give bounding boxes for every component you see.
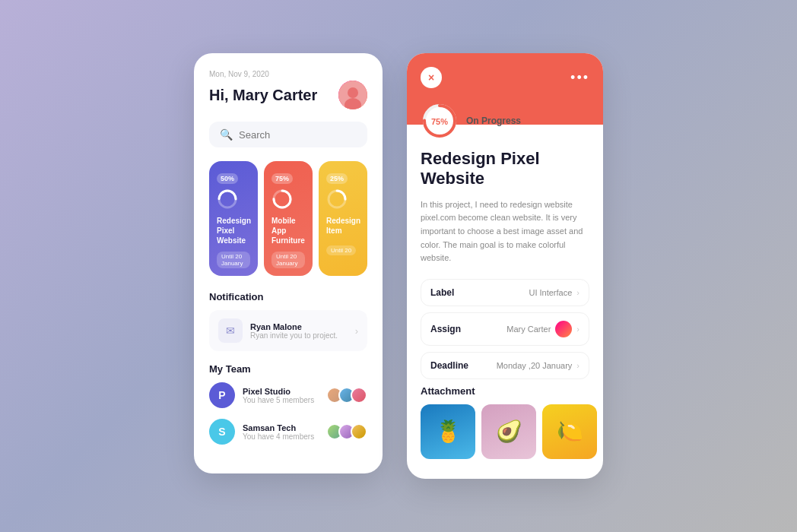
- detail-label-deadline: Deadline: [430, 360, 468, 371]
- project-card-1[interactable]: 75% Mobile App Furniture Until 20 Januar…: [264, 161, 313, 276]
- notification-text: Ryan Malone Ryan invite you to project.: [250, 322, 355, 340]
- project-title: Redesign Pixel Website: [421, 149, 589, 189]
- label-value-text: UI Interface: [529, 288, 572, 297]
- right-body: 75% On Progress Redesign Pixel Website I…: [407, 102, 603, 474]
- chevron-right-icon: ›: [576, 288, 579, 297]
- left-card: Mon, Nov 9, 2020 Hi, Mary Carter 🔍 50%: [194, 53, 383, 473]
- detail-row-deadline[interactable]: Deadline Monday ,20 January ›: [421, 352, 589, 379]
- lemon-image: 🍋: [542, 404, 597, 459]
- team-name-1: Samsan Tech: [243, 423, 326, 432]
- date-label: Mon, Nov 9, 2020: [209, 70, 367, 78]
- team-avatars-1: [326, 423, 367, 440]
- more-button[interactable]: •••: [570, 70, 589, 86]
- assign-avatar: [555, 321, 572, 337]
- assign-value-text: Mary Carter: [506, 325, 551, 334]
- right-card: × ••• 75% On Progress Redesign Pixel Web…: [407, 53, 603, 479]
- deadline-value-text: Monday ,20 January: [497, 361, 573, 370]
- proj-date-2: Until 20: [326, 245, 356, 255]
- proj-date-0: Until 20 January: [217, 252, 250, 268]
- progress-badge-row: 75% On Progress: [421, 102, 589, 140]
- proj-percent-0: 50%: [217, 173, 238, 184]
- notif-sub: Ryan invite you to project.: [250, 331, 355, 340]
- team-initial-0: P: [209, 382, 235, 408]
- svg-text:75%: 75%: [431, 117, 448, 126]
- attachment-lemon[interactable]: 🍋: [542, 404, 597, 459]
- attachment-pineapple[interactable]: 🍍: [421, 404, 475, 459]
- project-cards-row: 50% Redesign Pixel Website Until 20 Janu…: [209, 161, 367, 276]
- pineapple-image: 🍍: [421, 404, 475, 459]
- proj-date-1: Until 20 January: [271, 252, 305, 268]
- greeting-row: Hi, Mary Carter: [209, 81, 367, 109]
- project-card-0[interactable]: 50% Redesign Pixel Website Until 20 Janu…: [209, 161, 258, 276]
- notification-item[interactable]: ✉ Ryan Malone Ryan invite you to project…: [209, 310, 367, 351]
- chevron-right-icon: ›: [576, 361, 579, 370]
- project-description: In this project, I need to redesign webs…: [421, 198, 589, 265]
- proj-name-0: Redesign Pixel Website: [217, 216, 250, 245]
- search-icon: 🔍: [220, 128, 233, 141]
- proj-percent-1: 75%: [271, 173, 293, 184]
- detail-row-assign[interactable]: Assign Mary Carter ›: [421, 312, 589, 346]
- detail-value-deadline: Monday ,20 January ›: [497, 361, 579, 370]
- greeting-text: Hi, Mary Carter: [209, 87, 317, 104]
- on-progress-label: On Progress: [466, 116, 521, 126]
- team-name-0: Pixel Studio: [243, 387, 326, 396]
- notif-name: Ryan Malone: [250, 322, 355, 331]
- avatar: [338, 81, 367, 109]
- detail-value-assign: Mary Carter ›: [506, 321, 579, 337]
- detail-label-assign: Assign: [430, 324, 461, 334]
- proj-percent-2: 25%: [326, 173, 348, 184]
- team-members-0: You have 5 members: [243, 396, 326, 404]
- attachment-title: Attachment: [421, 385, 589, 397]
- avocado-image: 🥑: [481, 404, 536, 459]
- detail-row-label[interactable]: Label UI Interface ›: [421, 279, 589, 306]
- svg-point-1: [348, 87, 358, 98]
- team-item-0[interactable]: P Pixel Studio You have 5 members: [209, 382, 367, 408]
- team-members-1: You have 4 members: [243, 432, 326, 441]
- screens-container: Mon, Nov 9, 2020 Hi, Mary Carter 🔍 50%: [194, 53, 603, 479]
- chevron-right-icon: ›: [355, 325, 358, 337]
- team-avatars-0: [326, 387, 367, 404]
- detail-label-label: Label: [430, 287, 454, 298]
- chevron-right-icon: ›: [576, 325, 579, 334]
- detail-value-label: UI Interface ›: [529, 288, 579, 297]
- search-bar[interactable]: 🔍: [209, 122, 367, 147]
- mini-avatar: [351, 423, 367, 440]
- search-input[interactable]: [239, 129, 357, 141]
- notification-title: Notification: [209, 291, 367, 302]
- my-team-title: My Team: [209, 363, 367, 375]
- team-item-1[interactable]: S Samsan Tech You have 4 members: [209, 419, 367, 445]
- attachment-row: 🍍 🥑 🍋: [421, 404, 589, 459]
- right-header-top: × •••: [421, 67, 589, 88]
- mini-avatar: [351, 387, 367, 404]
- mail-icon: ✉: [218, 318, 243, 343]
- team-info-1: Samsan Tech You have 4 members: [243, 423, 326, 441]
- close-button[interactable]: ×: [421, 67, 442, 88]
- proj-name-1: Mobile App Furniture: [271, 216, 305, 245]
- project-card-2[interactable]: 25% Redesign Item Until 20: [319, 161, 367, 276]
- team-info-0: Pixel Studio You have 5 members: [243, 387, 326, 404]
- team-initial-1: S: [209, 419, 235, 445]
- progress-circle: 75%: [421, 102, 459, 140]
- proj-name-2: Redesign Item: [326, 216, 360, 236]
- attachment-avocado[interactable]: 🥑: [481, 404, 536, 459]
